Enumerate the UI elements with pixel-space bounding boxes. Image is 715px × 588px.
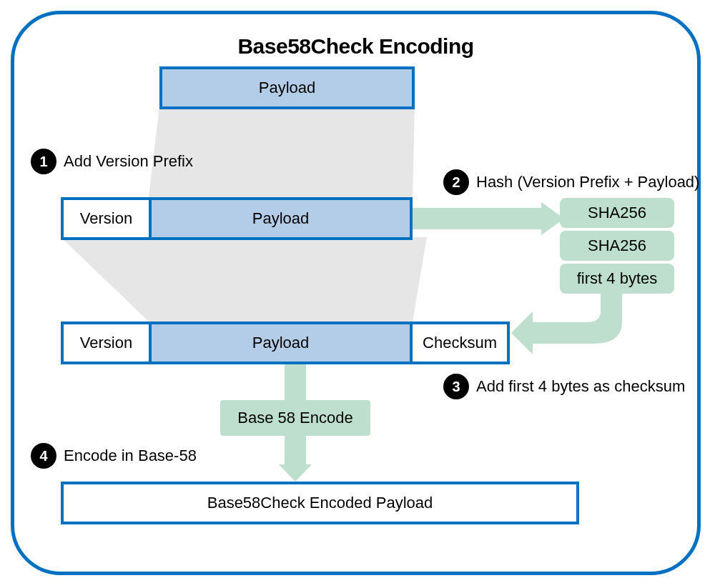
row3-version-box: Version: [61, 322, 152, 364]
hash-sha256-1: SHA256: [560, 198, 674, 228]
row3-payload-label: Payload: [252, 334, 310, 352]
step-2-badge: 2: [443, 169, 469, 195]
step-4-label: Encode in Base-58: [64, 447, 197, 465]
base58-encode-box: Base 58 Encode: [220, 400, 370, 436]
arrow-down-final: [279, 436, 312, 483]
svg-marker-1: [61, 237, 427, 322]
arrow-from-hash: [508, 294, 651, 358]
step-3-label: Add first 4 bytes as checksum: [476, 377, 685, 396]
step-2-label: Hash (Version Prefix + Payload): [476, 173, 699, 191]
row2-payload-label: Payload: [252, 209, 310, 228]
row2-payload-box: Payload: [149, 197, 413, 240]
svg-marker-2: [413, 202, 564, 235]
hash-first4: first 4 bytes: [560, 264, 674, 294]
step-1: 1 Add Version Prefix: [31, 149, 193, 174]
hash-sha256-2: SHA256: [560, 231, 674, 261]
step-3: 3 Add first 4 bytes as checksum: [443, 374, 685, 399]
row1-payload-label: Payload: [259, 79, 316, 97]
row2-version-label: Version: [80, 209, 132, 228]
arrow-down-stem: [285, 364, 306, 404]
step-4: 4 Encode in Base-58: [31, 443, 197, 469]
hash-sha256-2-label: SHA256: [588, 236, 646, 255]
final-box: Base58Check Encoded Payload: [61, 482, 579, 524]
hash-first4-label: first 4 bytes: [577, 269, 657, 288]
step-2: 2 Hash (Version Prefix + Payload): [443, 169, 699, 195]
row3-payload-box: Payload: [149, 322, 413, 364]
row3-checksum-label: Checksum: [423, 334, 497, 352]
step-1-badge: 1: [31, 149, 56, 174]
svg-marker-4: [279, 436, 312, 482]
row3-checksum-box: Checksum: [410, 322, 510, 364]
final-label: Base58Check Encoded Payload: [207, 494, 433, 512]
row3-version-label: Version: [80, 334, 132, 352]
arrow-to-hash: [413, 202, 570, 235]
base58-encode-label: Base 58 Encode: [237, 409, 352, 427]
hash-sha256-1-label: SHA256: [588, 204, 646, 222]
step-3-badge: 3: [443, 374, 469, 399]
row2-version-box: Version: [61, 197, 152, 240]
row1-payload-box: Payload: [159, 66, 415, 109]
step-1-label: Add Version Prefix: [64, 152, 193, 171]
step-4-badge: 4: [31, 443, 56, 469]
svg-rect-3: [285, 364, 306, 404]
